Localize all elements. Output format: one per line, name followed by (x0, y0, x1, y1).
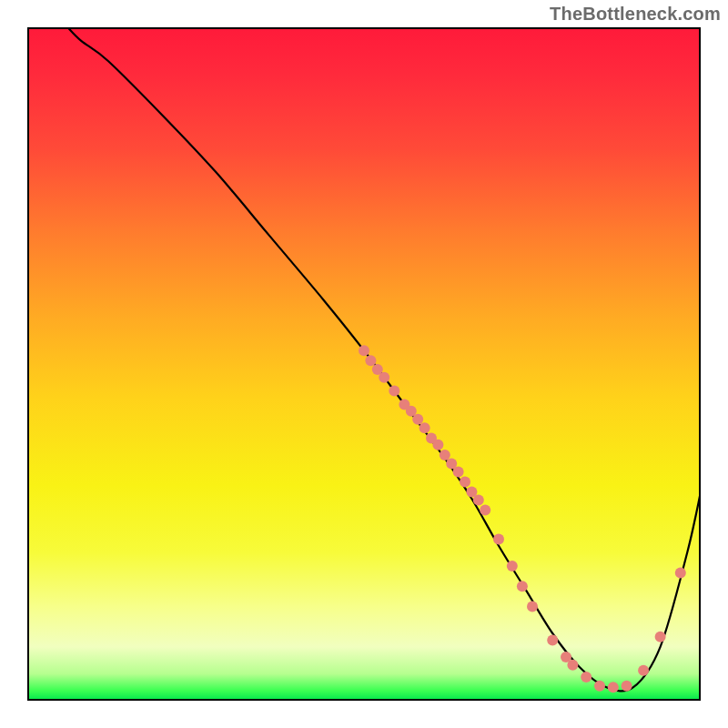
chart-container: TheBottleneck.com (0, 0, 728, 728)
sample-dot (517, 581, 528, 592)
sample-dot (453, 466, 464, 477)
sample-dot (507, 561, 518, 571)
sample-dot (655, 632, 666, 642)
sample-dot (389, 386, 399, 397)
sample-dot (473, 494, 484, 505)
sample-dot (440, 450, 450, 460)
sample-dots-group (359, 345, 686, 693)
sample-dot (675, 567, 686, 578)
sample-dot (567, 660, 578, 671)
sample-dot (581, 672, 592, 682)
sample-dot (608, 682, 619, 693)
sample-dot (527, 601, 538, 612)
sample-dot (622, 681, 632, 692)
sample-dot (594, 681, 605, 692)
sample-dot (547, 634, 558, 645)
sample-dot (638, 665, 649, 676)
sample-dot (379, 372, 389, 383)
bottleneck-curve (67, 27, 701, 691)
attribution-text: TheBottleneck.com (550, 4, 721, 25)
sample-dot (420, 422, 430, 433)
sample-dot (359, 345, 369, 356)
sample-dot (480, 505, 490, 516)
sample-dot (365, 355, 376, 366)
sample-dot (412, 414, 423, 425)
plot-area (27, 27, 701, 701)
curve-layer (27, 27, 701, 701)
sample-dot (460, 477, 470, 488)
sample-dot (432, 440, 443, 450)
sample-dot (493, 533, 504, 544)
